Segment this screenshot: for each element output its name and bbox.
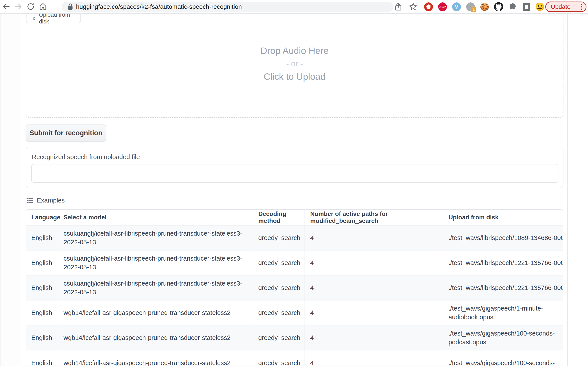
column-header-language: Language <box>26 210 58 225</box>
cell-language[interactable]: English <box>26 300 58 325</box>
cell-upload[interactable]: ./test_wavs/gigaspeech/100-seconds-podca… <box>443 325 563 350</box>
dropzone-hint: Drop Audio Here - or - Click to Upload <box>26 46 564 82</box>
left-page-gutter <box>0 14 21 366</box>
cell-upload[interactable]: ./test_wavs/gigaspeech/1-minute-audioboo… <box>443 300 563 325</box>
back-button[interactable] <box>0 0 12 13</box>
page-scrollbar-track[interactable] <box>567 14 568 366</box>
examples-table-body: Englishcsukuangfj/icefall-asr-librispeec… <box>26 225 563 366</box>
cell-language[interactable]: English <box>26 225 58 250</box>
cell-language[interactable]: English <box>26 275 58 300</box>
cell-paths[interactable]: 4 <box>305 225 443 250</box>
examples-list-icon <box>26 197 33 204</box>
kebab-menu-icon[interactable] <box>581 4 582 10</box>
chrome-update-button[interactable]: Update <box>545 1 587 12</box>
example-row[interactable]: Englishcsukuangfj/icefall-asr-librispeec… <box>26 250 563 275</box>
forward-arrow-icon <box>14 2 23 11</box>
cell-model[interactable]: csukuangfj/icefall-asr-librispeech-prune… <box>58 275 253 300</box>
tab-upload-from-disk[interactable]: ♫ Upload from disk <box>26 14 81 23</box>
cell-model[interactable]: csukuangfj/icefall-asr-librispeech-prune… <box>58 225 253 250</box>
extension-abp[interactable]: ABP <box>436 0 449 14</box>
bookmark-button[interactable] <box>407 0 419 14</box>
cell-paths[interactable]: 4 <box>305 250 443 275</box>
extensions-puzzle-icon <box>508 2 517 11</box>
column-header-decoding: Decoding method <box>253 210 305 225</box>
home-button[interactable] <box>37 0 49 13</box>
example-row[interactable]: Englishwgb14/icefall-asr-gigaspeech-prun… <box>26 325 563 350</box>
reader-mode-button[interactable] <box>520 0 533 14</box>
reload-icon <box>26 2 35 11</box>
drop-audio-here-text: Drop Audio Here <box>26 46 564 56</box>
cookie-icon: 🍪 <box>480 2 489 11</box>
cell-upload[interactable]: ./test_wavs/librispeech/1221-135766-0001… <box>443 250 563 275</box>
example-row[interactable]: Englishcsukuangfj/icefall-asr-librispeec… <box>26 275 563 300</box>
abp-label: ABP <box>439 5 446 8</box>
extension-github[interactable] <box>492 0 505 14</box>
extension-adblocker[interactable] <box>422 0 435 14</box>
browser-toolbar: huggingface.co/spaces/k2-fsa/automatic-s… <box>0 0 588 14</box>
or-text: - or - <box>26 59 564 68</box>
cell-model[interactable]: wgb14/icefall-asr-gigaspeech-pruned-tran… <box>58 300 253 325</box>
home-icon <box>38 2 47 11</box>
gray-circle-icon: 1 <box>466 2 475 11</box>
extension-notifier[interactable]: 1 <box>464 0 477 14</box>
cell-language[interactable]: English <box>26 250 58 275</box>
cell-upload[interactable]: ./test_wavs/librispeech/1221-135766-0002… <box>443 275 563 300</box>
browser-window: huggingface.co/spaces/k2-fsa/automatic-s… <box>0 0 588 366</box>
cell-decoding[interactable]: greedy_search <box>253 300 305 325</box>
cell-model[interactable]: wgb14/icefall-asr-gigaspeech-pruned-tran… <box>58 325 253 350</box>
table-header-row: LanguageSelect a modelDecoding methodNum… <box>26 210 563 225</box>
example-row[interactable]: Englishwgb14/icefall-asr-gigaspeech-prun… <box>26 350 563 366</box>
examples-table: LanguageSelect a modelDecoding methodNum… <box>26 209 563 366</box>
share-button[interactable] <box>392 0 404 14</box>
cell-model[interactable]: wgb14/icefall-asr-gigaspeech-pruned-tran… <box>58 350 253 366</box>
update-label: Update <box>551 3 571 10</box>
submit-for-recognition-button[interactable]: Submit for recognition <box>26 124 106 142</box>
vimium-letter: V <box>455 4 458 10</box>
column-header-upload: Upload from disk <box>443 210 563 225</box>
examples-label: Examples <box>37 197 65 204</box>
back-arrow-icon <box>2 2 10 11</box>
abp-stop-icon: ABP <box>438 2 447 11</box>
cell-decoding[interactable]: greedy_search <box>253 325 305 350</box>
reload-button[interactable] <box>24 0 37 13</box>
smiley-avatar-icon: 😃 <box>535 2 545 11</box>
column-header-paths: Number of active paths for modified_beam… <box>305 210 443 225</box>
notification-badge: 1 <box>471 7 477 13</box>
share-icon <box>394 2 402 11</box>
cell-decoding[interactable]: greedy_search <box>253 225 305 250</box>
recognized-speech-textbox[interactable] <box>31 164 558 183</box>
adblock-hand-icon <box>424 2 433 11</box>
url-text: huggingface.co/spaces/k2-fsa/automatic-s… <box>76 3 242 10</box>
cell-language[interactable]: English <box>26 350 58 366</box>
cell-paths[interactable]: 4 <box>305 300 443 325</box>
column-header-model: Select a model <box>58 210 253 225</box>
cell-paths[interactable]: 4 <box>305 275 443 300</box>
example-row[interactable]: Englishwgb14/icefall-asr-gigaspeech-prun… <box>26 300 563 325</box>
cell-paths[interactable]: 4 <box>305 350 443 366</box>
cell-paths[interactable]: 4 <box>305 325 443 350</box>
lock-icon <box>68 3 73 10</box>
cell-decoding[interactable]: greedy_search <box>253 275 305 300</box>
music-note-icon: ♫ <box>32 15 36 22</box>
extension-vimium[interactable]: V <box>450 0 463 14</box>
examples-header: Examples <box>26 197 65 204</box>
click-to-upload-text: Click to Upload <box>26 71 564 82</box>
vimium-icon: V <box>452 2 461 11</box>
cell-decoding[interactable]: greedy_search <box>253 350 305 366</box>
example-row[interactable]: Englishcsukuangfj/icefall-asr-librispeec… <box>26 225 563 250</box>
cell-model[interactable]: csukuangfj/icefall-asr-librispeech-prune… <box>58 250 253 275</box>
output-label: Recognized speech from uploaded file <box>32 153 140 161</box>
forward-button[interactable] <box>12 0 24 13</box>
extensions-menu-button[interactable] <box>506 0 519 14</box>
reader-frame-icon <box>523 3 530 11</box>
cell-decoding[interactable]: greedy_search <box>253 250 305 275</box>
cell-upload[interactable]: ./test_wavs/gigaspeech/100-seconds- <box>443 350 563 366</box>
extension-cookie[interactable]: 🍪 <box>478 0 491 14</box>
url-bar[interactable]: huggingface.co/spaces/k2-fsa/automatic-s… <box>61 2 393 12</box>
bookmark-star-icon <box>409 2 418 11</box>
cell-language[interactable]: English <box>26 325 58 350</box>
profile-avatar[interactable]: 😃 <box>534 0 546 14</box>
cell-upload[interactable]: ./test_wavs/librispeech/1089-134686-0001… <box>443 225 563 250</box>
recognized-speech-panel: Recognized speech from uploaded file <box>26 147 564 188</box>
github-octocat-icon <box>494 2 503 11</box>
